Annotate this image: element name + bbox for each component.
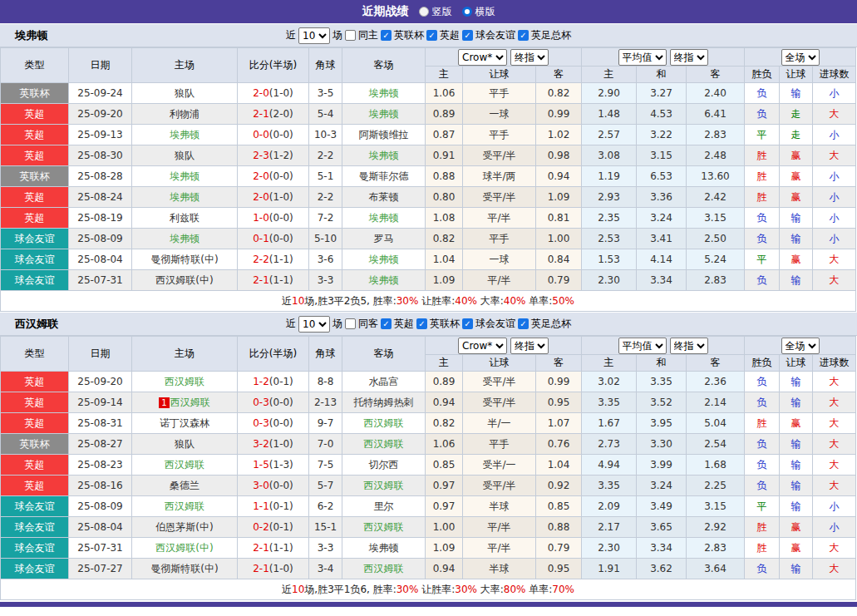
handicap-odds-away: 1.07 [536,413,582,434]
match-row: 英超25-08-31诺丁汉森林0-3(0-0)9-7西汉姆联0.82半/一1.0… [1,413,856,434]
league-label-3: 球会友谊 [475,28,515,42]
handicap-line: 受平/半 [463,372,536,392]
league-label-4: 英足总杯 [531,28,571,42]
europe-odds-draw: 3.99 [637,455,687,476]
match-row: 球会友谊25-08-09西汉姆联1-1(0-1)6-2里尔0.97半球0.852… [1,496,856,517]
corners: 7-0 [309,434,342,455]
result-handicap: 输 [780,476,813,496]
league-checkbox-1[interactable]: ✓ [381,30,392,41]
avg-time-select[interactable]: 终指 [670,49,708,66]
europe-odds-home: 2.53 [582,229,637,249]
handicap-odds-away: 0.79 [536,270,582,291]
score-halftime: 0-0(0-0) [238,125,309,145]
same-venue-checkbox[interactable] [345,30,356,41]
avg-time-select[interactable]: 终指 [670,338,708,354]
result-goals: 小 [813,229,856,249]
result-outcome: 负 [745,559,780,579]
filter-bar: 西汉姆联 近 10 场 同客 ✓ 英超 ✓ 英联杯 ✓ 球会友谊 ✓ 英足总杯 [0,313,857,336]
match-date: 25-08-23 [69,455,132,476]
result-handicap: 走 [780,125,813,145]
league-type-badge: 英超 [1,125,69,145]
result-goals: 大 [813,270,856,291]
league-checkbox-2[interactable]: ✓ [416,318,427,329]
scope-select[interactable]: 全场 [781,49,820,66]
result-goals: 小 [813,496,856,517]
league-type-badge: 英超 [1,455,69,476]
col-score: 比分(半场) [238,48,309,83]
home-team: 西汉姆联 [132,372,238,392]
away-team: 布莱顿 [342,187,426,208]
europe-odds-away: 2.40 [687,83,745,104]
col-date: 日期 [69,48,132,83]
handicap-odds-home: 0.91 [426,145,463,166]
result-goals: 大 [813,413,856,434]
result-goals: 大 [813,145,856,166]
home-team: 桑德兰 [132,476,238,496]
league-checkbox-3[interactable]: ✓ [462,318,473,329]
col-result-goals: 进球数 [813,67,856,83]
result-handicap: 输 [780,83,813,104]
league-checkbox-4[interactable]: ✓ [518,30,529,41]
result-goals: 大 [813,104,856,125]
match-date: 25-07-31 [69,538,132,559]
europe-odds-away: 3.64 [687,559,745,579]
score-halftime: 3-2(1-0) [238,434,309,455]
league-checkbox-2[interactable]: ✓ [426,30,437,41]
handicap-odds-home: 0.88 [426,166,463,187]
match-row: 英超25-08-24埃弗顿2-0(1-0)2-2布莱顿0.80受平/半1.092… [1,187,856,208]
europe-odds-home: 1.19 [582,166,637,187]
europe-odds-home: 2.73 [582,434,637,455]
odds-time-select[interactable]: 终指 [510,49,549,66]
result-goals: 大 [813,372,856,392]
away-team: 埃弗顿 [342,145,426,166]
result-handicap: 输 [780,496,813,517]
handicap-odds-home: 0.97 [426,496,463,517]
handicap-odds-home: 0.94 [426,392,463,413]
layout-vertical-option[interactable]: 竖版 [419,5,452,19]
match-date: 25-07-27 [69,559,132,579]
europe-odds-home: 3.08 [582,145,637,166]
avg-select[interactable]: 平均值 [618,338,667,354]
recent-count-select[interactable]: 10 [298,27,330,44]
league-type-badge: 英超 [1,208,69,229]
score-halftime: 1-2(0-1) [238,372,309,392]
layout-horizontal-option[interactable]: 横版 [462,5,495,19]
handicap-odds-home: 1.00 [426,517,463,538]
home-team: 1西汉姆联 [132,392,238,413]
team-section-everton: 埃弗顿 近 10 场 同主 ✓ 英联杯 ✓ 英超 ✓ 球会友谊 ✓ 英足总杯 类… [0,24,857,312]
handicap-line: 一球 [463,104,536,125]
bookmaker-select[interactable]: Crow* [458,338,507,354]
col-avg-draw: 和 [637,67,687,83]
corners: 10-3 [309,125,342,145]
page-title: 近期战绩 [362,4,409,19]
europe-odds-draw: 3.41 [637,229,687,249]
europe-odds-draw: 3.34 [637,270,687,291]
vertical-radio-icon[interactable] [419,7,429,17]
europe-odds-away: 2.92 [687,517,745,538]
same-venue-checkbox[interactable] [345,318,356,329]
scope-select[interactable]: 全场 [781,338,820,354]
europe-odds-away: 6.41 [687,104,745,125]
europe-odds-home: 4.94 [582,455,637,476]
home-team: 西汉姆联(中) [132,538,238,559]
result-outcome: 负 [745,476,780,496]
result-goals: 小 [813,83,856,104]
league-checkbox-4[interactable]: ✓ [518,318,529,329]
odds-time-select[interactable]: 终指 [510,338,549,354]
europe-odds-away: 3.15 [687,208,745,229]
score-halftime: 0-3(0-0) [238,413,309,434]
match-row: 球会友谊25-08-04伯恩茅斯(中)0-2(0-1)15-1西汉姆联1.00平… [1,517,856,538]
handicap-line: 平手 [463,83,536,104]
recent-count-select[interactable]: 10 [298,316,330,333]
col-result-hand: 让球 [780,355,813,372]
league-checkbox-3[interactable]: ✓ [462,30,473,41]
horizontal-radio-icon[interactable] [462,7,472,17]
result-handicap: 赢 [780,145,813,166]
europe-odds-away: 2.83 [687,270,745,291]
score-halftime: 2-0(1-0) [238,187,309,208]
avg-select[interactable]: 平均值 [618,49,667,66]
bookmaker-select[interactable]: Crow* [458,49,507,66]
result-handicap: 输 [780,229,813,249]
league-checkbox-1[interactable]: ✓ [381,318,392,329]
score-halftime: 2-3(1-2) [238,145,309,166]
